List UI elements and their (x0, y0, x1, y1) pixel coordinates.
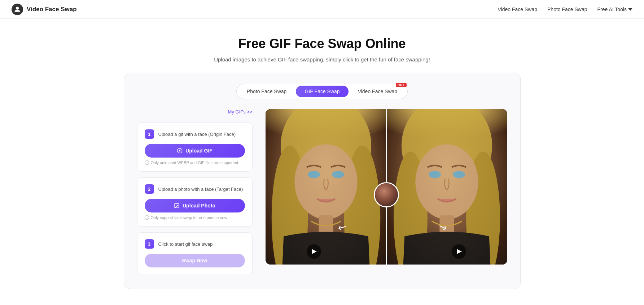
svg-point-17 (429, 171, 441, 178)
step-1-card: 1 Upload a gif with a face (Origin Face)… (137, 123, 253, 172)
preview-panel: ↙ ↘ (266, 109, 507, 265)
preview-right (386, 109, 507, 265)
header-nav: Video Face Swap Photo Face Swap Free AI … (498, 7, 632, 12)
upload-photo-icon (174, 203, 180, 209)
nav-free-ai-tools[interactable]: Free AI Tools (597, 7, 632, 12)
swap-now-button[interactable]: Swap Now (145, 254, 245, 267)
chevron-down-icon (628, 7, 632, 12)
svg-point-10 (308, 171, 320, 178)
step-1-note: ○ Only animated WEBP and GIF files are s… (145, 160, 245, 165)
hot-badge: HOT (396, 83, 407, 87)
header: Video Face Swap Video Face Swap Photo Fa… (0, 0, 644, 19)
svg-point-0 (16, 7, 19, 9)
tabs-row: Photo Face Swap GIF Face Swap Video Face… (137, 84, 507, 99)
step-1-label: Upload a gif with a face (Origin Face) (158, 132, 236, 137)
content-row: My GIFs >> 1 Upload a gif with a face (O… (137, 109, 507, 274)
info-icon-1: ○ (145, 160, 149, 165)
step-2-label: Upload a photo with a face (Target Face) (158, 186, 243, 192)
step-3-number: 3 (145, 239, 154, 249)
svg-point-18 (453, 171, 465, 178)
hero-section: Free GIF Face Swap Online Upload images … (0, 19, 644, 73)
svg-marker-2 (179, 150, 181, 151)
play-icon-left (312, 249, 317, 254)
info-icon-2: ○ (145, 215, 149, 220)
my-gifs-link[interactable]: My GIFs >> (137, 109, 253, 115)
tabs-container: Photo Face Swap GIF Face Swap Video Face… (236, 84, 408, 99)
swap-face-circle (374, 182, 399, 207)
page-title: Free GIF Face Swap Online (7, 36, 637, 51)
step-3-card: 3 Click to start gif face swap Swap Now (137, 232, 253, 274)
logo-text: Video Face Swap (27, 6, 77, 13)
upload-gif-button[interactable]: Upload GIF (145, 144, 245, 158)
hero-subtitle: Upload images to achieve GIF face swappi… (7, 56, 637, 63)
swap-face-thumbnail (375, 183, 398, 206)
play-icon-right (457, 249, 462, 254)
step-1-number: 1 (145, 129, 154, 139)
step-2-header: 2 Upload a photo with a face (Target Fac… (145, 184, 245, 194)
step-1-header: 1 Upload a gif with a face (Origin Face) (145, 129, 245, 139)
upload-gif-icon (177, 148, 183, 154)
woman-svg-left (266, 109, 386, 265)
step-2-note: ○ Only support face swap for one person … (145, 215, 245, 220)
logo-icon (12, 4, 23, 15)
play-button-right[interactable] (452, 244, 466, 259)
preview-left (266, 109, 386, 265)
tab-gif-face-swap[interactable]: GIF Face Swap (296, 86, 348, 97)
step-3-label: Click to start gif face swap (158, 241, 213, 247)
main-card: Photo Face Swap GIF Face Swap Video Face… (124, 73, 521, 289)
step-2-number: 2 (145, 184, 154, 194)
logo[interactable]: Video Face Swap (12, 4, 77, 15)
svg-point-4 (176, 205, 176, 205)
step-2-card: 2 Upload a photo with a face (Target Fac… (137, 177, 253, 227)
tab-photo-face-swap[interactable]: Photo Face Swap (238, 86, 295, 97)
svg-point-15 (415, 144, 478, 219)
upload-photo-button[interactable]: Upload Photo (145, 199, 245, 212)
svg-point-11 (332, 171, 344, 178)
steps-panel: My GIFs >> 1 Upload a gif with a face (O… (137, 109, 253, 274)
logo-svg (14, 6, 21, 13)
woman-svg-right (386, 109, 507, 265)
play-button-left[interactable] (307, 244, 321, 259)
nav-video-face-swap[interactable]: Video Face Swap (498, 7, 537, 12)
nav-photo-face-swap[interactable]: Photo Face Swap (547, 7, 587, 12)
preview-image: ↙ ↘ (266, 109, 507, 265)
step-3-header: 3 Click to start gif face swap (145, 239, 245, 249)
tab-video-face-swap[interactable]: Video Face Swap HOT (349, 86, 406, 97)
svg-point-8 (294, 144, 357, 219)
